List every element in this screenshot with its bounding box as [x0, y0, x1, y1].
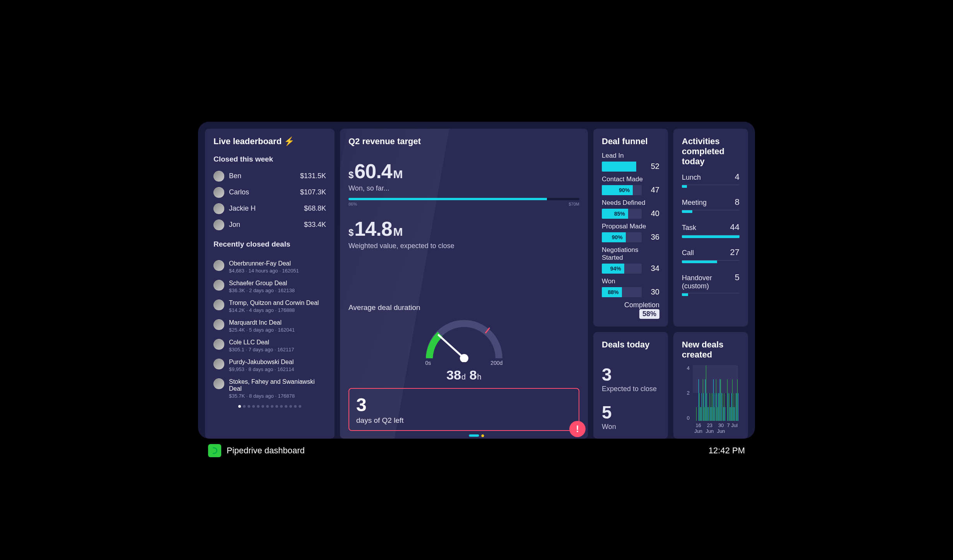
gauge-title: Average deal duration	[348, 303, 579, 312]
card-title: Activities completed today	[682, 136, 740, 167]
page-dot[interactable]	[243, 405, 246, 408]
pagination-dots[interactable]	[213, 405, 326, 408]
deal-meta: $14.2K · 4 days ago · 176888	[229, 307, 326, 313]
activity-label: Meeting	[682, 199, 707, 207]
bar-chart: 420 16 Jun23 Jun30 Jun7 Jul	[682, 365, 740, 431]
avatar	[213, 260, 224, 271]
funnel-stage: Negotiations Started 94% 34	[602, 246, 659, 274]
stage-bar: 90%	[602, 232, 642, 242]
avatar	[213, 359, 224, 369]
page-dot[interactable]	[299, 405, 301, 408]
deal-title: Oberbrunner-Fay Deal	[229, 260, 326, 267]
activity-label: Call	[682, 249, 694, 257]
stage-count: 34	[647, 264, 659, 273]
recent-deals-sub: Recently closed deals	[213, 240, 326, 249]
page-dot[interactable]	[289, 405, 292, 408]
deal-funnel-card: Deal funnel Lead In 52Contact Made 90% 4…	[593, 129, 668, 327]
stage-label: Proposal Made	[602, 223, 659, 230]
days-left-alert: 3 days of Q2 left !	[348, 388, 579, 431]
activity-item: Meeting 8	[682, 197, 740, 213]
page-dot[interactable]	[248, 405, 250, 408]
leaderboard-row: Jackie H $68.8K	[213, 201, 326, 217]
person-value: $131.5K	[300, 172, 326, 180]
deal-title: Marquardt Inc Deal	[229, 319, 326, 326]
weighted-value: $ 14.8 M	[348, 217, 579, 240]
activity-count: 44	[730, 222, 740, 232]
activity-label: Handover (custom)	[682, 274, 735, 290]
avatar	[213, 339, 224, 350]
deal-item: Oberbrunner-Fay Deal $4,683 · 14 hours a…	[213, 257, 326, 277]
deal-title: Purdy-Jakubowski Deal	[229, 359, 326, 366]
funnel-stage: Contact Made 90% 47	[602, 175, 659, 195]
deal-title: Cole LLC Deal	[229, 339, 326, 346]
pipedrive-logo-icon	[208, 444, 221, 457]
page-dot[interactable]	[294, 405, 297, 408]
won-sub: Won, so far...	[348, 184, 579, 192]
avatar	[213, 319, 224, 330]
page-dot[interactable]	[285, 405, 287, 408]
avatar	[213, 378, 224, 389]
avatar	[213, 280, 224, 291]
gauge-icon	[422, 316, 507, 362]
funnel-stage: Proposal Made 90% 36	[602, 223, 659, 242]
funnel-stage: Lead In 52	[602, 152, 659, 172]
avatar	[213, 300, 224, 310]
avatar	[213, 203, 224, 214]
footer: Pipedrive dashboard 12:42 PM	[205, 444, 748, 457]
funnel-stage: Needs Defined 85% 40	[602, 199, 659, 219]
stage-label: Lead In	[602, 152, 659, 160]
dashboard-grid: Q2 revenue target $ 60.4 M Won, so far..…	[205, 129, 748, 432]
deal-item: Purdy-Jakubowski Deal $9,953 · 8 days ag…	[213, 356, 326, 375]
activity-item: Call 27	[682, 247, 740, 263]
stage-label: Negotiations Started	[602, 246, 659, 262]
page-dot[interactable]	[280, 405, 283, 408]
card-title: Q2 revenue target	[348, 136, 579, 146]
activity-count: 8	[735, 197, 740, 207]
person-value: $33.4K	[304, 221, 326, 229]
activity-item: Task 44	[682, 222, 740, 238]
page-dot[interactable]	[271, 405, 273, 408]
leaderboard-row: Ben $131.5K	[213, 168, 326, 184]
stage-count: 47	[647, 186, 659, 194]
deal-title: Tromp, Quitzon and Corwin Deal	[229, 300, 326, 306]
person-value: $68.8K	[304, 204, 326, 213]
stage-bar: 85%	[602, 209, 642, 219]
alert-icon: !	[569, 421, 586, 437]
lightning-icon: ⚡	[284, 136, 294, 146]
page-dot[interactable]	[275, 405, 278, 408]
deal-item: Schaefer Group Deal $36.3K · 2 days ago …	[213, 277, 326, 296]
leaderboard-row: Jon $33.4K	[213, 217, 326, 233]
person-value: $107.3K	[300, 188, 326, 196]
won-value: $ 60.4 M	[348, 160, 579, 183]
revenue-target-card: Q2 revenue target $ 60.4 M Won, so far..…	[340, 129, 588, 439]
expected-to-close: 3 Expected to close	[602, 364, 659, 393]
page-dot[interactable]	[257, 405, 260, 408]
progress-bar: 86% $70M	[348, 198, 579, 206]
dashboard-device: Q2 revenue target $ 60.4 M Won, so far..…	[198, 122, 755, 439]
gauge-value: 38d 8h	[446, 368, 481, 383]
stage-label: Contact Made	[602, 175, 659, 183]
activity-count: 4	[735, 172, 740, 182]
page-dot[interactable]	[261, 405, 264, 408]
page-dot[interactable]	[238, 405, 241, 408]
deal-item: Marquardt Inc Deal $25.4K · 5 days ago ·…	[213, 316, 326, 336]
page-dot[interactable]	[266, 405, 269, 408]
card-title: Deals today	[602, 340, 659, 350]
middle-column: Deal funnel Lead In 52Contact Made 90% 4…	[593, 129, 748, 439]
stage-bar: 88%	[602, 287, 642, 297]
deal-meta: $25.4K · 5 days ago · 162041	[229, 327, 326, 333]
stage-count: 52	[647, 162, 659, 171]
stage-count: 40	[647, 209, 659, 218]
left-column: Q2 revenue target $ 60.4 M Won, so far..…	[340, 129, 588, 439]
avatar	[213, 220, 224, 230]
avatar	[213, 187, 224, 198]
stage-bar: 90%	[602, 185, 642, 195]
deal-meta: $4,683 · 14 hours ago · 162051	[229, 268, 326, 274]
deal-title: Schaefer Group Deal	[229, 280, 326, 287]
page-dot[interactable]	[252, 405, 255, 408]
deal-item: Tromp, Quitzon and Corwin Deal $14.2K · …	[213, 296, 326, 316]
stage-label: Needs Defined	[602, 199, 659, 207]
deal-item: Cole LLC Deal $305.1 · 7 days ago · 1621…	[213, 336, 326, 356]
screen-pager[interactable]	[469, 434, 484, 437]
stage-count: 36	[647, 233, 659, 242]
